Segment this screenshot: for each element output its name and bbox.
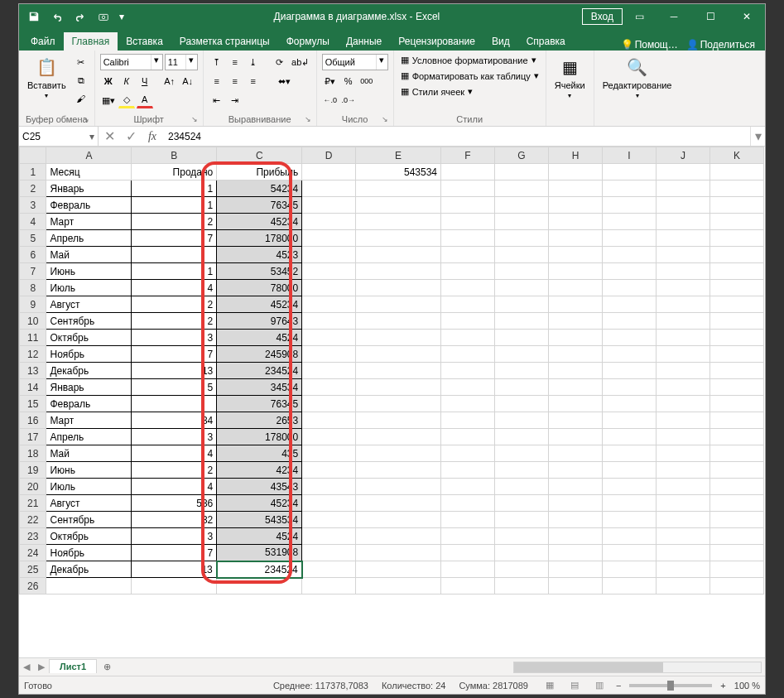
cell[interactable] bbox=[495, 313, 549, 330]
cell[interactable]: Июнь bbox=[46, 263, 132, 280]
cell[interactable] bbox=[549, 512, 603, 528]
cell[interactable]: Продано bbox=[132, 164, 217, 181]
cell[interactable] bbox=[656, 545, 709, 561]
italic-button[interactable]: К bbox=[118, 73, 135, 89]
cell[interactable]: Прибыль bbox=[217, 164, 302, 181]
zoom-out-button[interactable]: − bbox=[616, 681, 621, 691]
column-header-F[interactable]: F bbox=[441, 147, 495, 164]
cell[interactable]: 13 bbox=[132, 561, 217, 578]
cell[interactable] bbox=[602, 528, 656, 545]
cell[interactable] bbox=[302, 578, 356, 595]
font-color-button[interactable]: A bbox=[137, 92, 153, 108]
decrease-decimal-icon[interactable]: .0→ bbox=[340, 92, 357, 108]
cell[interactable]: 543534 bbox=[217, 512, 302, 528]
cell[interactable] bbox=[441, 528, 495, 545]
cell[interactable] bbox=[495, 296, 549, 313]
sheet-tab[interactable]: Лист1 bbox=[49, 659, 97, 673]
cell[interactable] bbox=[656, 578, 709, 595]
cell[interactable] bbox=[602, 247, 656, 263]
cell[interactable] bbox=[549, 578, 603, 595]
cell[interactable] bbox=[656, 263, 709, 280]
cell[interactable] bbox=[356, 181, 441, 197]
row-header-24[interactable]: 24 bbox=[20, 545, 46, 561]
cell[interactable]: 7 bbox=[132, 545, 217, 561]
cell[interactable] bbox=[709, 429, 763, 445]
accounting-format-icon[interactable]: ₽▾ bbox=[322, 73, 339, 89]
font-name-combo[interactable]: ▾ bbox=[100, 54, 163, 70]
ribbon-tab-главная[interactable]: Главная bbox=[64, 32, 118, 51]
cell[interactable] bbox=[709, 412, 763, 429]
cell[interactable] bbox=[132, 247, 217, 263]
cell[interactable]: 4 bbox=[132, 479, 217, 495]
ribbon-tab-файл[interactable]: Файл bbox=[22, 32, 64, 51]
cell[interactable]: Апрель bbox=[46, 429, 132, 445]
cell[interactable] bbox=[356, 512, 441, 528]
cell[interactable] bbox=[441, 512, 495, 528]
cell[interactable] bbox=[709, 512, 763, 528]
decrease-indent-icon[interactable]: ⇤ bbox=[209, 92, 225, 108]
cell[interactable] bbox=[709, 445, 763, 462]
cell[interactable] bbox=[495, 495, 549, 512]
cell[interactable] bbox=[495, 561, 549, 578]
cell[interactable]: Февраль bbox=[46, 396, 132, 412]
row-header-2[interactable]: 2 bbox=[20, 181, 46, 197]
cell[interactable] bbox=[441, 247, 495, 263]
cell[interactable] bbox=[495, 330, 549, 346]
cell[interactable]: Январь bbox=[46, 379, 132, 396]
cell[interactable] bbox=[441, 396, 495, 412]
cell[interactable] bbox=[495, 379, 549, 396]
decrease-font-icon[interactable]: A↓ bbox=[180, 73, 196, 89]
cell[interactable] bbox=[602, 280, 656, 296]
cell[interactable] bbox=[441, 230, 495, 247]
minimize-button[interactable]: ─ bbox=[656, 4, 692, 29]
cell[interactable] bbox=[602, 263, 656, 280]
cell[interactable]: 2653 bbox=[217, 412, 302, 429]
column-header-A[interactable]: A bbox=[46, 147, 132, 164]
page-layout-view-icon[interactable]: ▤ bbox=[566, 679, 583, 692]
cell[interactable]: 4524 bbox=[217, 330, 302, 346]
add-sheet-button[interactable]: ⊕ bbox=[97, 662, 117, 672]
row-header-6[interactable]: 6 bbox=[20, 247, 46, 263]
cell[interactable]: 78000 bbox=[217, 280, 302, 296]
cell[interactable]: Ноябрь bbox=[46, 545, 132, 561]
cell[interactable] bbox=[302, 396, 356, 412]
cell[interactable] bbox=[656, 495, 709, 512]
cell[interactable]: 45234 bbox=[217, 495, 302, 512]
cell[interactable] bbox=[602, 230, 656, 247]
cell[interactable] bbox=[602, 512, 656, 528]
cell[interactable] bbox=[709, 528, 763, 545]
cell[interactable] bbox=[132, 578, 217, 595]
ribbon-tab-формулы[interactable]: Формулы bbox=[278, 32, 338, 51]
cell[interactable] bbox=[217, 578, 302, 595]
cell[interactable] bbox=[549, 528, 603, 545]
cell[interactable]: Сентябрь bbox=[46, 313, 132, 330]
cell[interactable] bbox=[602, 396, 656, 412]
cell[interactable]: 54234 bbox=[217, 181, 302, 197]
cell[interactable] bbox=[549, 313, 603, 330]
cell[interactable] bbox=[656, 528, 709, 545]
cell[interactable] bbox=[356, 247, 441, 263]
cell[interactable] bbox=[549, 545, 603, 561]
cell[interactable] bbox=[549, 280, 603, 296]
cell[interactable]: 245908 bbox=[217, 346, 302, 363]
cell[interactable] bbox=[656, 379, 709, 396]
cell[interactable]: 531908 bbox=[217, 545, 302, 561]
comma-format-icon[interactable]: 000 bbox=[358, 73, 375, 89]
cell[interactable] bbox=[495, 528, 549, 545]
row-header-23[interactable]: 23 bbox=[20, 528, 46, 545]
cell[interactable] bbox=[441, 330, 495, 346]
cell[interactable] bbox=[356, 379, 441, 396]
cell[interactable]: 5 bbox=[132, 379, 217, 396]
cell[interactable] bbox=[302, 313, 356, 330]
font-size-combo[interactable]: ▾ bbox=[165, 54, 198, 70]
cell[interactable] bbox=[441, 545, 495, 561]
cell[interactable] bbox=[656, 247, 709, 263]
cell[interactable] bbox=[549, 396, 603, 412]
zoom-level[interactable]: 100 % bbox=[734, 681, 760, 691]
column-header-D[interactable]: D bbox=[302, 147, 356, 164]
cell[interactable] bbox=[441, 429, 495, 445]
camera-icon[interactable] bbox=[94, 7, 113, 26]
cell[interactable] bbox=[656, 479, 709, 495]
cell[interactable]: 178000 bbox=[217, 429, 302, 445]
cell[interactable] bbox=[302, 346, 356, 363]
